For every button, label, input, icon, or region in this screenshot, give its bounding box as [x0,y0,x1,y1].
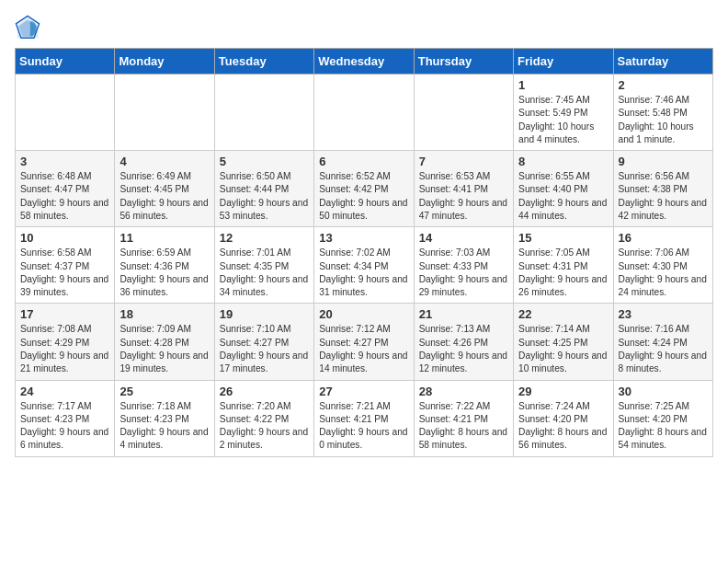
logo [15,15,44,40]
day-number: 20 [319,307,408,321]
calendar-cell: 21Sunrise: 7:13 AM Sunset: 4:26 PM Dayli… [414,304,513,380]
calendar-cell: 9Sunrise: 6:56 AM Sunset: 4:38 PM Daylig… [613,151,712,227]
calendar-cell: 18Sunrise: 7:09 AM Sunset: 4:28 PM Dayli… [115,304,214,380]
day-number: 10 [20,231,109,245]
calendar-cell: 23Sunrise: 7:16 AM Sunset: 4:24 PM Dayli… [613,304,712,380]
day-number: 23 [619,307,708,321]
day-info: Sunrise: 7:21 AM Sunset: 4:21 PM Dayligh… [319,400,408,453]
col-header-saturday: Saturday [613,49,712,75]
day-number: 11 [119,231,209,245]
day-number: 15 [518,231,608,245]
day-number: 13 [319,231,408,245]
day-info: Sunrise: 7:13 AM Sunset: 4:26 PM Dayligh… [419,323,508,375]
day-info: Sunrise: 6:52 AM Sunset: 4:42 PM Dayligh… [319,170,408,223]
day-info: Sunrise: 7:02 AM Sunset: 4:34 PM Dayligh… [319,247,408,299]
col-header-friday: Friday [514,49,613,75]
calendar-cell: 1Sunrise: 7:45 AM Sunset: 5:49 PM Daylig… [514,75,613,151]
day-info: Sunrise: 6:49 AM Sunset: 4:45 PM Dayligh… [119,170,209,223]
calendar-cell: 3Sunrise: 6:48 AM Sunset: 4:47 PM Daylig… [16,151,115,227]
day-info: Sunrise: 6:58 AM Sunset: 4:37 PM Dayligh… [20,247,109,299]
day-info: Sunrise: 7:24 AM Sunset: 4:20 PM Dayligh… [518,400,608,453]
day-number: 12 [220,231,309,245]
day-number: 21 [419,307,508,321]
calendar-cell: 10Sunrise: 6:58 AM Sunset: 4:37 PM Dayli… [16,227,115,304]
day-number: 28 [419,385,508,398]
calendar-cell: 16Sunrise: 7:06 AM Sunset: 4:30 PM Dayli… [613,227,712,304]
day-info: Sunrise: 7:08 AM Sunset: 4:29 PM Dayligh… [20,323,109,375]
day-number: 8 [518,155,608,168]
calendar-cell: 24Sunrise: 7:17 AM Sunset: 4:23 PM Dayli… [16,380,115,456]
col-header-tuesday: Tuesday [214,49,313,75]
col-header-monday: Monday [115,49,214,75]
day-number: 26 [220,385,309,398]
day-info: Sunrise: 7:20 AM Sunset: 4:22 PM Dayligh… [220,400,309,453]
day-number: 18 [119,307,209,321]
day-number: 24 [20,385,109,398]
day-info: Sunrise: 7:45 AM Sunset: 5:49 PM Dayligh… [518,94,608,146]
day-info: Sunrise: 6:59 AM Sunset: 4:36 PM Dayligh… [119,247,209,299]
week-row-5: 24Sunrise: 7:17 AM Sunset: 4:23 PM Dayli… [16,380,713,456]
day-number: 16 [619,231,708,245]
day-info: Sunrise: 7:46 AM Sunset: 5:48 PM Dayligh… [619,94,708,146]
calendar-cell: 20Sunrise: 7:12 AM Sunset: 4:27 PM Dayli… [314,304,414,380]
logo-icon [15,15,40,40]
calendar-cell: 7Sunrise: 6:53 AM Sunset: 4:41 PM Daylig… [414,151,513,227]
day-info: Sunrise: 7:22 AM Sunset: 4:21 PM Dayligh… [419,400,508,453]
col-header-wednesday: Wednesday [314,49,414,75]
day-info: Sunrise: 6:53 AM Sunset: 4:41 PM Dayligh… [419,170,508,223]
day-info: Sunrise: 7:12 AM Sunset: 4:27 PM Dayligh… [319,323,408,375]
day-number: 17 [20,307,109,321]
day-info: Sunrise: 7:25 AM Sunset: 4:20 PM Dayligh… [619,400,708,453]
calendar-cell [414,75,513,151]
day-number: 27 [319,385,408,398]
calendar-cell: 17Sunrise: 7:08 AM Sunset: 4:29 PM Dayli… [16,304,115,380]
day-number: 25 [119,385,209,398]
day-number: 6 [319,155,408,168]
calendar-cell [115,75,214,151]
col-header-sunday: Sunday [16,49,115,75]
day-info: Sunrise: 6:48 AM Sunset: 4:47 PM Dayligh… [20,170,109,223]
day-number: 19 [220,307,309,321]
calendar-cell: 19Sunrise: 7:10 AM Sunset: 4:27 PM Dayli… [214,304,313,380]
calendar-cell: 2Sunrise: 7:46 AM Sunset: 5:48 PM Daylig… [613,75,712,151]
calendar-cell: 15Sunrise: 7:05 AM Sunset: 4:31 PM Dayli… [514,227,613,304]
day-number: 5 [220,155,309,168]
day-info: Sunrise: 7:18 AM Sunset: 4:23 PM Dayligh… [119,400,209,453]
calendar-cell: 13Sunrise: 7:02 AM Sunset: 4:34 PM Dayli… [314,227,414,304]
day-info: Sunrise: 6:55 AM Sunset: 4:40 PM Dayligh… [518,170,608,223]
calendar-cell: 25Sunrise: 7:18 AM Sunset: 4:23 PM Dayli… [115,380,214,456]
col-header-thursday: Thursday [414,49,513,75]
day-info: Sunrise: 6:50 AM Sunset: 4:44 PM Dayligh… [220,170,309,223]
day-number: 2 [619,78,708,92]
calendar-cell: 29Sunrise: 7:24 AM Sunset: 4:20 PM Dayli… [514,380,613,456]
week-row-2: 3Sunrise: 6:48 AM Sunset: 4:47 PM Daylig… [16,151,713,227]
calendar-cell: 26Sunrise: 7:20 AM Sunset: 4:22 PM Dayli… [214,380,313,456]
calendar-cell: 22Sunrise: 7:14 AM Sunset: 4:25 PM Dayli… [514,304,613,380]
day-info: Sunrise: 7:10 AM Sunset: 4:27 PM Dayligh… [220,323,309,375]
calendar-cell: 11Sunrise: 6:59 AM Sunset: 4:36 PM Dayli… [115,227,214,304]
day-number: 7 [419,155,508,168]
day-info: Sunrise: 7:01 AM Sunset: 4:35 PM Dayligh… [220,247,309,299]
calendar-cell: 12Sunrise: 7:01 AM Sunset: 4:35 PM Dayli… [214,227,313,304]
calendar-cell: 30Sunrise: 7:25 AM Sunset: 4:20 PM Dayli… [613,380,712,456]
calendar-cell: 4Sunrise: 6:49 AM Sunset: 4:45 PM Daylig… [115,151,214,227]
day-number: 9 [619,155,708,168]
week-row-3: 10Sunrise: 6:58 AM Sunset: 4:37 PM Dayli… [16,227,713,304]
day-info: Sunrise: 7:14 AM Sunset: 4:25 PM Dayligh… [518,323,608,375]
day-number: 22 [518,307,608,321]
calendar-table: SundayMondayTuesdayWednesdayThursdayFrid… [15,48,713,457]
calendar-cell: 6Sunrise: 6:52 AM Sunset: 4:42 PM Daylig… [314,151,414,227]
calendar-cell [214,75,313,151]
day-number: 29 [518,385,608,398]
week-row-4: 17Sunrise: 7:08 AM Sunset: 4:29 PM Dayli… [16,304,713,380]
day-info: Sunrise: 7:05 AM Sunset: 4:31 PM Dayligh… [518,247,608,299]
day-number: 4 [119,155,209,168]
day-info: Sunrise: 7:09 AM Sunset: 4:28 PM Dayligh… [119,323,209,375]
day-number: 14 [419,231,508,245]
day-info: Sunrise: 6:56 AM Sunset: 4:38 PM Dayligh… [619,170,708,223]
day-info: Sunrise: 7:17 AM Sunset: 4:23 PM Dayligh… [20,400,109,453]
day-number: 1 [518,78,608,92]
calendar-cell: 27Sunrise: 7:21 AM Sunset: 4:21 PM Dayli… [314,380,414,456]
day-info: Sunrise: 7:16 AM Sunset: 4:24 PM Dayligh… [619,323,708,375]
day-number: 3 [20,155,109,168]
